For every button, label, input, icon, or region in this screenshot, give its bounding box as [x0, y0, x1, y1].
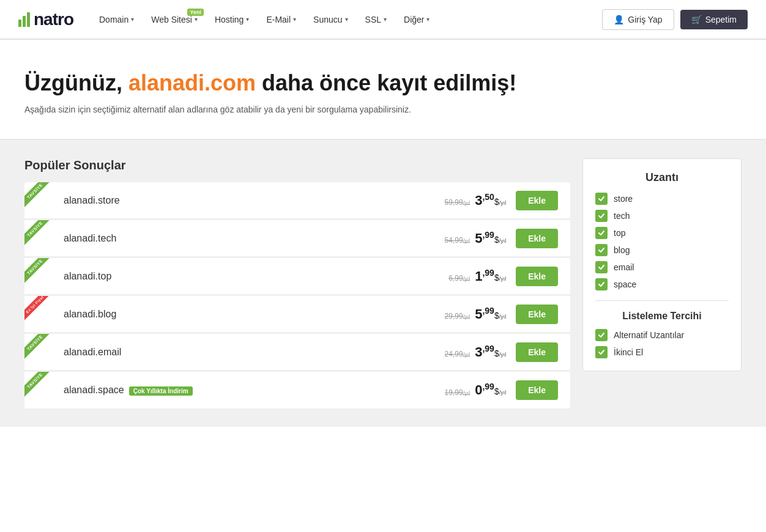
extension-checkbox[interactable]: [595, 193, 608, 205]
listing-label[interactable]: Alternatif Uzantılar: [614, 330, 684, 340]
extension-item: space: [595, 278, 729, 290]
add-to-cart-button[interactable]: Ekle: [516, 305, 558, 324]
nav-item-websitesi[interactable]: Web Sitesi ▾ Yeni: [144, 10, 205, 29]
hero-description: Aşağıda sizin için seçtiğimiz alternatif…: [24, 105, 742, 114]
logo-bar-2: [23, 16, 26, 27]
logo-bar-3: [27, 12, 30, 27]
new-price: 5,99$/yıl: [475, 306, 506, 322]
hero-title-suffix: daha önce kayıt edilmiş!: [262, 70, 516, 95]
add-to-cart-button[interactable]: Ekle: [516, 229, 558, 248]
old-price: 29,99/yıl: [445, 312, 470, 320]
cart-icon: 🛒: [691, 15, 702, 24]
extension-label[interactable]: blog: [614, 245, 630, 255]
domain-name: alanadi.blog: [37, 309, 445, 320]
chevron-down-icon: ▾: [345, 16, 348, 23]
nav-item-diger[interactable]: Diğer ▾: [396, 10, 437, 29]
check-icon: [598, 349, 605, 356]
old-price: 54,99/yıl: [445, 236, 470, 245]
extension-label[interactable]: tech: [614, 211, 630, 221]
ribbon: TAVSİYE: [24, 334, 59, 368]
main-content: Popüler Sonuçlar TAVSİYE alanadi.store 5…: [0, 140, 766, 427]
nav-label-domain: Domain: [99, 15, 128, 24]
extension-item: tech: [595, 210, 729, 222]
nav-item-sunucu[interactable]: Sunucu ▾: [306, 10, 355, 29]
result-row: En İyi Fiyat alanadi.blog 29,99/yıl 5,99…: [24, 296, 570, 333]
nav-badge-yeni: Yeni: [187, 9, 204, 16]
nav-label-diger: Diğer: [404, 15, 424, 24]
ribbon: TAVSİYE: [24, 182, 59, 216]
ribbon-label: En İyi Fiyat: [24, 296, 53, 322]
check-icon: [598, 229, 605, 237]
nav-label-websitesi: Web Sitesi: [151, 15, 192, 24]
cart-button[interactable]: 🛒 Sepetim: [680, 10, 748, 29]
ribbon-label: TAVSİYE: [24, 372, 53, 399]
listing-list: Alternatif Uzantılar İkinci El: [595, 329, 729, 358]
check-icon: [598, 195, 605, 202]
nav-item-hosting[interactable]: Hosting ▾: [207, 10, 256, 29]
ribbon-label: TAVSİYE: [24, 220, 53, 247]
old-price: 19,99/yıl: [445, 388, 470, 397]
listing-label[interactable]: İkinci El: [614, 347, 643, 357]
new-price: 5,99$/yıl: [475, 230, 506, 246]
user-icon: 👤: [614, 15, 624, 24]
extension-label[interactable]: top: [614, 228, 625, 238]
listing-item: İkinci El: [595, 346, 729, 358]
pricing: 54,99/yıl 5,99$/yıl: [445, 230, 507, 246]
listing-checkbox[interactable]: [595, 329, 608, 341]
old-price: 59,99/yıl: [445, 198, 470, 207]
main-nav: Domain ▾ Web Sitesi ▾ Yeni Hosting ▾ E-M…: [92, 10, 602, 29]
chevron-down-icon: ▾: [384, 16, 387, 23]
multi-year-badge: Çok Yıllıkta İndirim: [129, 386, 193, 396]
cart-label: Sepetim: [705, 15, 737, 24]
add-to-cart-button[interactable]: Ekle: [516, 342, 558, 362]
ribbon: En İyi Fiyat: [24, 296, 59, 330]
ribbon: TAVSİYE: [24, 220, 59, 254]
results-title: Popüler Sonuçlar: [24, 158, 570, 172]
pricing: 59,99/yıl 3,50$/yıl: [445, 192, 507, 209]
extension-list: store tech top blog email: [595, 193, 729, 290]
logo-text: natro: [34, 10, 73, 29]
pricing: 29,99/yıl 5,99$/yıl: [445, 306, 507, 322]
listing-checkbox[interactable]: [595, 346, 608, 358]
check-icon: [598, 246, 605, 254]
result-row: TAVSİYE alanadi.spaceÇok Yıllıkta İndiri…: [24, 372, 570, 408]
extension-checkbox[interactable]: [595, 244, 608, 256]
extension-checkbox[interactable]: [595, 210, 608, 222]
hero-title: Üzgünüz, alanadi.com daha önce kayıt edi…: [24, 70, 742, 96]
add-to-cart-button[interactable]: Ekle: [516, 191, 558, 210]
login-button[interactable]: 👤 Giriş Yap: [602, 9, 674, 30]
result-row: TAVSİYE alanadi.top 6,99/yıl 1,99$/yıl E…: [24, 258, 570, 295]
extension-label[interactable]: store: [614, 194, 633, 204]
check-icon: [598, 281, 605, 288]
extension-checkbox[interactable]: [595, 278, 608, 290]
result-list: TAVSİYE alanadi.store 59,99/yıl 3,50$/yı…: [24, 182, 570, 408]
add-to-cart-button[interactable]: Ekle: [516, 380, 558, 400]
logo-icon: [18, 12, 30, 27]
extension-item: blog: [595, 244, 729, 256]
pricing: 6,99/yıl 1,99$/yıl: [448, 268, 506, 284]
check-icon: [598, 264, 605, 271]
nav-item-ssl[interactable]: SSL ▾: [358, 10, 394, 29]
extension-label[interactable]: space: [614, 279, 636, 289]
domain-name: alanadi.store: [37, 195, 445, 206]
listing-item: Alternatif Uzantılar: [595, 329, 729, 341]
extension-checkbox[interactable]: [595, 227, 608, 239]
add-to-cart-button[interactable]: Ekle: [516, 267, 558, 286]
result-row: TAVSİYE alanadi.store 59,99/yıl 3,50$/yı…: [24, 182, 570, 219]
logo[interactable]: natro: [18, 10, 73, 29]
nav-label-sunucu: Sunucu: [313, 15, 342, 24]
nav-item-email[interactable]: E-Mail ▾: [259, 10, 303, 29]
nav-label-hosting: Hosting: [215, 15, 244, 24]
logo-bar-1: [18, 20, 21, 27]
extension-label[interactable]: email: [614, 262, 634, 272]
pricing: 24,99/yıl 3,99$/yıl: [445, 344, 507, 360]
domain-name: alanadi.top: [37, 271, 448, 282]
domain-name: alanadi.tech: [37, 233, 445, 244]
ribbon: TAVSİYE: [24, 372, 59, 406]
nav-item-domain[interactable]: Domain ▾: [92, 10, 141, 29]
extension-checkbox[interactable]: [595, 261, 608, 273]
hero-domain-highlight: alanadi.com: [128, 70, 256, 95]
nav-label-ssl: SSL: [365, 15, 381, 24]
chevron-down-icon: ▾: [195, 16, 198, 23]
hero-section: Üzgünüz, alanadi.com daha önce kayıt edi…: [0, 40, 766, 140]
